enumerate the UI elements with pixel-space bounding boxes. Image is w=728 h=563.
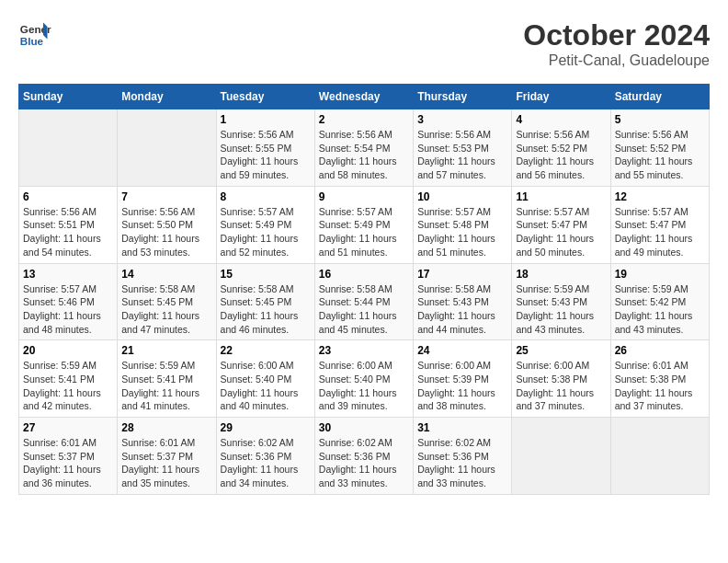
day-number: 25 xyxy=(516,344,606,357)
day-info: Sunrise: 5:59 AM Sunset: 5:42 PM Dayligh… xyxy=(615,282,705,337)
calendar-cell: 25Sunrise: 6:00 AM Sunset: 5:38 PM Dayli… xyxy=(512,340,610,418)
week-row-1: 1Sunrise: 5:56 AM Sunset: 5:55 PM Daylig… xyxy=(19,109,710,187)
calendar-cell: 5Sunrise: 5:56 AM Sunset: 5:52 PM Daylig… xyxy=(610,109,709,187)
calendar-cell: 30Sunrise: 6:02 AM Sunset: 5:36 PM Dayli… xyxy=(314,418,413,495)
day-number: 8 xyxy=(221,190,311,203)
calendar-cell: 26Sunrise: 6:01 AM Sunset: 5:38 PM Dayli… xyxy=(610,340,709,418)
day-info: Sunrise: 5:57 AM Sunset: 5:49 PM Dayligh… xyxy=(221,205,311,259)
day-number: 14 xyxy=(121,268,211,281)
day-number: 3 xyxy=(417,113,507,126)
weekday-header-tuesday: Tuesday xyxy=(216,85,314,109)
calendar-cell: 18Sunrise: 5:59 AM Sunset: 5:43 PM Dayli… xyxy=(512,263,610,340)
weekday-header-sunday: Sunday xyxy=(19,85,118,109)
day-info: Sunrise: 6:02 AM Sunset: 5:36 PM Dayligh… xyxy=(417,436,507,490)
day-info: Sunrise: 6:00 AM Sunset: 5:38 PM Dayligh… xyxy=(516,359,606,413)
week-row-5: 27Sunrise: 6:01 AM Sunset: 5:37 PM Dayli… xyxy=(19,418,710,495)
week-row-2: 6Sunrise: 5:56 AM Sunset: 5:51 PM Daylig… xyxy=(19,186,710,263)
day-info: Sunrise: 5:58 AM Sunset: 5:45 PM Dayligh… xyxy=(221,282,311,337)
day-number: 21 xyxy=(121,344,211,357)
day-info: Sunrise: 5:56 AM Sunset: 5:54 PM Dayligh… xyxy=(319,128,409,182)
day-info: Sunrise: 5:57 AM Sunset: 5:48 PM Dayligh… xyxy=(417,205,507,259)
day-number: 4 xyxy=(516,113,606,126)
calendar-cell: 8Sunrise: 5:57 AM Sunset: 5:49 PM Daylig… xyxy=(216,186,314,263)
calendar-cell: 10Sunrise: 5:57 AM Sunset: 5:48 PM Dayli… xyxy=(414,186,512,263)
day-number: 11 xyxy=(516,190,606,203)
calendar-cell: 20Sunrise: 5:59 AM Sunset: 5:41 PM Dayli… xyxy=(19,340,118,418)
calendar-cell: 22Sunrise: 6:00 AM Sunset: 5:40 PM Dayli… xyxy=(216,340,314,418)
day-number: 15 xyxy=(221,268,311,281)
day-info: Sunrise: 5:59 AM Sunset: 5:41 PM Dayligh… xyxy=(121,359,211,413)
day-number: 2 xyxy=(319,113,409,126)
logo-icon: General Blue xyxy=(18,18,51,52)
day-number: 9 xyxy=(319,190,409,203)
calendar-cell xyxy=(610,418,709,495)
calendar-cell: 16Sunrise: 5:58 AM Sunset: 5:44 PM Dayli… xyxy=(314,263,413,340)
day-number: 7 xyxy=(121,190,211,203)
day-number: 31 xyxy=(417,421,507,434)
day-info: Sunrise: 5:56 AM Sunset: 5:55 PM Dayligh… xyxy=(221,128,311,182)
day-number: 5 xyxy=(615,113,705,126)
day-number: 29 xyxy=(221,421,311,434)
day-number: 20 xyxy=(23,344,113,357)
day-number: 6 xyxy=(23,190,113,203)
day-info: Sunrise: 5:56 AM Sunset: 5:50 PM Dayligh… xyxy=(121,205,211,259)
weekday-header-row: SundayMondayTuesdayWednesdayThursdayFrid… xyxy=(19,85,710,109)
week-row-3: 13Sunrise: 5:57 AM Sunset: 5:46 PM Dayli… xyxy=(19,263,710,340)
calendar-cell: 31Sunrise: 6:02 AM Sunset: 5:36 PM Dayli… xyxy=(414,418,512,495)
day-info: Sunrise: 5:56 AM Sunset: 5:52 PM Dayligh… xyxy=(516,128,606,182)
day-number: 23 xyxy=(319,344,409,357)
day-info: Sunrise: 6:02 AM Sunset: 5:36 PM Dayligh… xyxy=(221,436,311,490)
calendar-cell: 15Sunrise: 5:58 AM Sunset: 5:45 PM Dayli… xyxy=(216,263,314,340)
day-info: Sunrise: 6:02 AM Sunset: 5:36 PM Dayligh… xyxy=(319,436,409,490)
calendar-cell: 24Sunrise: 6:00 AM Sunset: 5:39 PM Dayli… xyxy=(414,340,512,418)
page-subtitle: Petit-Canal, Guadeloupe xyxy=(523,52,710,69)
title-block: October 2024 Petit-Canal, Guadeloupe xyxy=(523,18,710,69)
calendar-cell: 14Sunrise: 5:58 AM Sunset: 5:45 PM Dayli… xyxy=(118,263,216,340)
day-info: Sunrise: 6:00 AM Sunset: 5:40 PM Dayligh… xyxy=(319,359,409,413)
day-number: 28 xyxy=(121,421,211,434)
page-title: October 2024 xyxy=(523,18,710,52)
day-number: 26 xyxy=(615,344,705,357)
day-number: 16 xyxy=(319,268,409,281)
day-number: 17 xyxy=(417,268,507,281)
calendar-cell: 3Sunrise: 5:56 AM Sunset: 5:53 PM Daylig… xyxy=(414,109,512,187)
day-info: Sunrise: 6:00 AM Sunset: 5:40 PM Dayligh… xyxy=(221,359,311,413)
calendar-cell: 1Sunrise: 5:56 AM Sunset: 5:55 PM Daylig… xyxy=(216,109,314,187)
calendar-cell: 13Sunrise: 5:57 AM Sunset: 5:46 PM Dayli… xyxy=(19,263,118,340)
calendar-cell: 4Sunrise: 5:56 AM Sunset: 5:52 PM Daylig… xyxy=(512,109,610,187)
svg-text:Blue: Blue xyxy=(20,35,44,47)
weekday-header-wednesday: Wednesday xyxy=(314,85,413,109)
calendar-cell: 17Sunrise: 5:58 AM Sunset: 5:43 PM Dayli… xyxy=(414,263,512,340)
calendar-cell: 11Sunrise: 5:57 AM Sunset: 5:47 PM Dayli… xyxy=(512,186,610,263)
calendar-cell xyxy=(19,109,118,187)
day-info: Sunrise: 6:01 AM Sunset: 5:38 PM Dayligh… xyxy=(615,359,705,413)
week-row-4: 20Sunrise: 5:59 AM Sunset: 5:41 PM Dayli… xyxy=(19,340,710,418)
day-number: 1 xyxy=(221,113,311,126)
weekday-header-thursday: Thursday xyxy=(414,85,512,109)
weekday-header-saturday: Saturday xyxy=(610,85,709,109)
day-info: Sunrise: 5:57 AM Sunset: 5:47 PM Dayligh… xyxy=(516,205,606,259)
day-info: Sunrise: 5:57 AM Sunset: 5:47 PM Dayligh… xyxy=(615,205,705,259)
day-number: 18 xyxy=(516,268,606,281)
day-number: 12 xyxy=(615,190,705,203)
calendar-cell: 12Sunrise: 5:57 AM Sunset: 5:47 PM Dayli… xyxy=(610,186,709,263)
calendar-cell: 29Sunrise: 6:02 AM Sunset: 5:36 PM Dayli… xyxy=(216,418,314,495)
day-info: Sunrise: 6:00 AM Sunset: 5:39 PM Dayligh… xyxy=(417,359,507,413)
day-number: 19 xyxy=(615,268,705,281)
calendar-table: SundayMondayTuesdayWednesdayThursdayFrid… xyxy=(18,84,710,495)
day-number: 22 xyxy=(221,344,311,357)
calendar-cell: 27Sunrise: 6:01 AM Sunset: 5:37 PM Dayli… xyxy=(19,418,118,495)
calendar-cell: 19Sunrise: 5:59 AM Sunset: 5:42 PM Dayli… xyxy=(610,263,709,340)
page-header: General Blue October 2024 Petit-Canal, G… xyxy=(18,18,710,69)
day-info: Sunrise: 5:56 AM Sunset: 5:53 PM Dayligh… xyxy=(417,128,507,182)
calendar-cell: 21Sunrise: 5:59 AM Sunset: 5:41 PM Dayli… xyxy=(118,340,216,418)
calendar-cell: 28Sunrise: 6:01 AM Sunset: 5:37 PM Dayli… xyxy=(118,418,216,495)
day-info: Sunrise: 5:58 AM Sunset: 5:43 PM Dayligh… xyxy=(417,282,507,337)
day-number: 30 xyxy=(319,421,409,434)
calendar-cell xyxy=(512,418,610,495)
weekday-header-friday: Friday xyxy=(512,85,610,109)
calendar-cell: 2Sunrise: 5:56 AM Sunset: 5:54 PM Daylig… xyxy=(314,109,413,187)
day-info: Sunrise: 6:01 AM Sunset: 5:37 PM Dayligh… xyxy=(23,436,113,490)
day-info: Sunrise: 5:57 AM Sunset: 5:49 PM Dayligh… xyxy=(319,205,409,259)
calendar-cell xyxy=(118,109,216,187)
